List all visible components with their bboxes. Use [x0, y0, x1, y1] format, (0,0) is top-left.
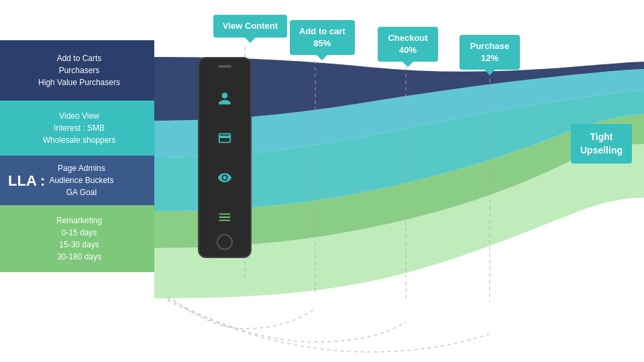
- sidebar-green-line-4: 30-180 days: [12, 251, 146, 263]
- sidebar-green-line-3: 15-30 days: [12, 239, 146, 251]
- sidebar-teal-line-1: Video View: [12, 110, 146, 122]
- phone-mockup: [198, 57, 252, 258]
- lla-prefix: LLA :: [8, 170, 45, 192]
- sidebar-green-line-2: 0-15 days: [12, 227, 146, 239]
- phone-icon-card: [217, 131, 232, 145]
- sidebar-blue-line-3: GA Goal: [49, 186, 113, 198]
- tooltip-checkout-line2: 40%: [387, 44, 429, 56]
- tooltip-add-to-cart: Add to cart 85%: [290, 20, 355, 55]
- sidebar-item-teal: Video View Interest : SMB Wholesale shop…: [0, 101, 154, 156]
- sidebar-line-3: High Value Purchasers: [12, 76, 146, 88]
- sidebar-blue-content: Page Admins Audience Buckets GA Goal: [49, 162, 113, 198]
- right-label-line2: Upselling: [580, 144, 623, 158]
- tooltip-view-content: View Content: [213, 15, 287, 38]
- sidebar-item-dark-blue: Add to Carts Purchasers High Value Purch…: [0, 40, 154, 101]
- sidebar-line-2: Purchasers: [12, 64, 146, 76]
- sidebar-teal-line-3: Wholesale shoppers: [12, 134, 146, 146]
- sidebar-green-line-1: Remarketing: [12, 215, 146, 227]
- tooltip-checkout-line1: Checkout: [387, 32, 429, 44]
- tooltip-view-content-text: View Content: [223, 21, 278, 31]
- tooltip-purchase-line1: Purchase: [469, 40, 511, 52]
- sidebar-blue-line-1: Page Admins: [49, 162, 113, 174]
- sidebar-item-medium-blue: LLA : Page Admins Audience Buckets GA Go…: [0, 156, 154, 205]
- scene: Add to Carts Purchasers High Value Purch…: [0, 0, 644, 362]
- sidebar-item-light-green: Remarketing 0-15 days 15-30 days 30-180 …: [0, 205, 154, 272]
- tooltip-purchase-line2: 12%: [469, 52, 511, 64]
- tooltip-checkout: Checkout 40%: [378, 27, 438, 62]
- right-label-tight-upselling: Tight Upselling: [571, 124, 632, 164]
- sidebar-teal-line-2: Interest : SMB: [12, 122, 146, 134]
- phone-icon-person: [217, 91, 232, 106]
- sidebar: Add to Carts Purchasers High Value Purch…: [0, 40, 154, 272]
- phone-icon-settings: [217, 210, 232, 225]
- right-label-line1: Tight: [580, 131, 623, 144]
- sidebar-blue-line-2: Audience Buckets: [49, 174, 113, 186]
- tooltip-purchase: Purchase 12%: [460, 35, 520, 70]
- sidebar-line-1: Add to Carts: [12, 52, 146, 64]
- tooltip-add-to-cart-line2: 85%: [299, 38, 345, 50]
- phone-icon-eye: [217, 170, 232, 185]
- tooltip-add-to-cart-line1: Add to cart: [299, 25, 345, 38]
